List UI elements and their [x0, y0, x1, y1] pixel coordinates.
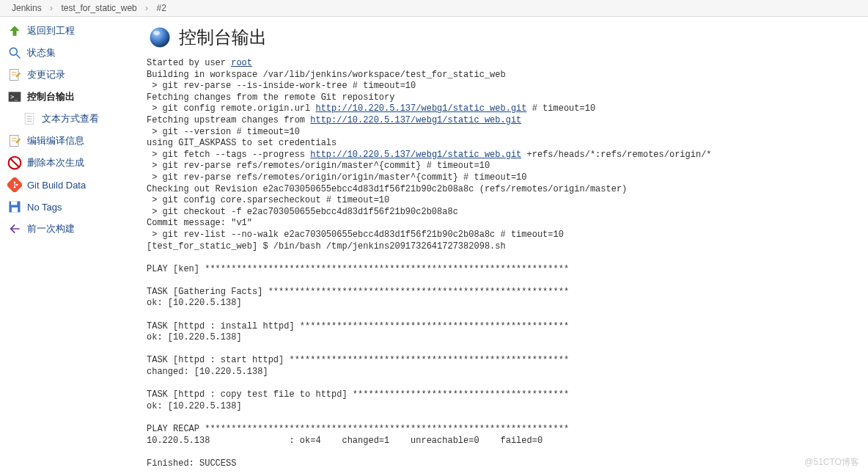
svg-point-26 — [153, 31, 160, 35]
document-icon — [21, 110, 38, 128]
sidebar-item-label: 控制台输出 — [27, 90, 75, 103]
svg-text:>_: >_ — [10, 93, 18, 100]
sidebar-item-git[interactable]: Git Build Data — [0, 174, 147, 196]
svg-rect-23 — [11, 202, 17, 205]
sidebar-item-label: 返回到工程 — [27, 24, 75, 37]
sidebar-item-label: 删除本次生成 — [27, 156, 84, 169]
sidebar-item-search[interactable]: 状态集 — [0, 42, 147, 64]
terminal-icon: >_ — [6, 88, 23, 106]
search-icon — [6, 44, 23, 62]
sidebar-item-save[interactable]: No Tags — [0, 196, 147, 218]
svg-point-25 — [150, 28, 170, 48]
sidebar-item-label: 变更记录 — [27, 68, 65, 81]
sidebar-item-label: No Tags — [27, 202, 62, 213]
sidebar-item-up-arrow[interactable]: 返回到工程 — [0, 20, 147, 42]
crumb-build[interactable]: #2 — [153, 3, 169, 13]
sidebar-item-notepad[interactable]: 编辑编译信息 — [0, 130, 147, 152]
crumb-job[interactable]: test_for_static_web — [58, 3, 139, 13]
svg-rect-24 — [12, 208, 18, 213]
svg-line-15 — [10, 158, 19, 167]
page-title: 控制台输出 — [179, 26, 267, 49]
sidebar-item-document[interactable]: 文本方式查看 — [0, 108, 147, 130]
sidepanel: 返回到工程状态集变更记录>_控制台输出文本方式查看编辑编译信息删除本次生成Git… — [0, 17, 147, 473]
sidebar-item-label: 文本方式查看 — [42, 112, 99, 125]
notepad-icon — [6, 132, 23, 150]
breadcrumb-sep: › — [47, 3, 56, 13]
up-arrow-icon — [6, 22, 23, 40]
watermark: @51CTO博客 — [804, 456, 859, 469]
console-output: Started by user root Building in workspa… — [147, 58, 868, 469]
sidebar-item-label: Git Build Data — [27, 180, 86, 191]
sidebar-item-label: 前一次构建 — [27, 222, 75, 235]
console-link[interactable]: http://10.220.5.137/webg1/static_web.git — [315, 103, 526, 114]
sidebar-item-no-entry[interactable]: 删除本次生成 — [0, 152, 147, 174]
breadcrumb-sep: › — [142, 3, 151, 13]
no-entry-icon — [6, 154, 23, 172]
arrow-left-icon — [6, 220, 23, 238]
svg-line-1 — [17, 55, 21, 59]
notepad-icon — [6, 66, 23, 84]
save-icon — [6, 198, 23, 216]
page-header: 控制台输出 — [147, 24, 868, 51]
console-link[interactable]: http://10.220.5.137/webg1/static_web.git — [310, 150, 521, 160]
console-link[interactable]: http://10.220.5.137/webg1/static_web.git — [310, 115, 521, 125]
sidebar-item-notepad[interactable]: 变更记录 — [0, 64, 147, 86]
git-icon — [6, 176, 23, 194]
blue-ball-icon — [147, 24, 173, 51]
console-link[interactable]: root — [231, 58, 252, 68]
sidebar-item-label: 编辑编译信息 — [27, 134, 84, 147]
breadcrumb: Jenkins › test_for_static_web › #2 — [0, 0, 868, 17]
sidebar-item-arrow-left[interactable]: 前一次构建 — [0, 218, 147, 240]
main-panel: 控制台输出 Started by user root Building in w… — [147, 17, 868, 473]
sidebar-item-terminal[interactable]: >_控制台输出 — [0, 86, 147, 108]
sidebar-item-label: 状态集 — [27, 46, 56, 59]
crumb-jenkins[interactable]: Jenkins — [9, 3, 45, 13]
svg-point-0 — [10, 48, 17, 55]
